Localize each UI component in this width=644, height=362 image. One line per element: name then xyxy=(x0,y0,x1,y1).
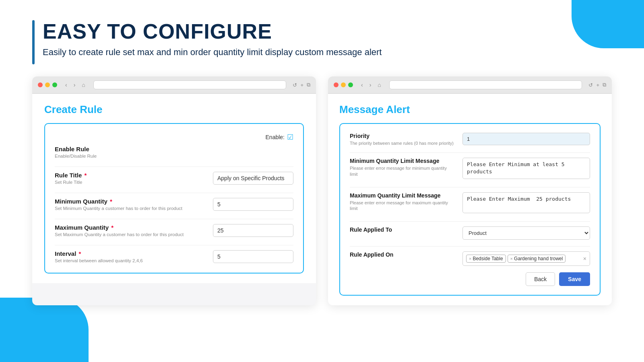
enable-rule-group: Enable: ☑ Enable Rule Enable/Disable Rul… xyxy=(55,133,293,159)
max-qty-required: * xyxy=(111,224,114,231)
rule-applied-to-select[interactable]: Product xyxy=(462,226,590,240)
save-button[interactable]: Save xyxy=(559,272,590,286)
rule-applied-on-label: Rule Applied On xyxy=(350,251,454,258)
max-qty-hint: Set Maximum Quantity a customer has to o… xyxy=(55,232,205,238)
interval-group: Interval * Set interval between allowed … xyxy=(55,250,293,264)
min-qty-group: Minimum Quantity * Set Minimum Quantity … xyxy=(55,198,293,212)
min-msg-row: Minimum Quantity Limit Message Please en… xyxy=(350,158,590,180)
rule-title-label-block: Rule Title * Set Rule Title xyxy=(55,172,205,185)
rule-title-group: Rule Title * Set Rule Title xyxy=(55,172,293,185)
interval-input-block xyxy=(213,250,293,263)
max-qty-group: Maximum Quantity * Set Maximum Quantity … xyxy=(55,224,293,238)
dot-yellow-right[interactable] xyxy=(341,82,346,87)
rule-title-row: Rule Title * Set Rule Title xyxy=(55,172,293,185)
divider-4 xyxy=(55,245,293,245)
message-alert-window: ‹ › ⌂ ↺ + ⧉ Message Alert Priority xyxy=(328,76,612,305)
max-msg-hint: Please enter error message for maximum q… xyxy=(350,200,454,212)
interval-hint: Set interval between allowed quantity 2,… xyxy=(55,258,205,264)
enable-row: Enable: ☑ xyxy=(55,133,293,142)
more-left[interactable]: ⧉ xyxy=(307,82,310,88)
priority-label-block: Priority The priority between same rules… xyxy=(350,133,454,146)
create-rule-window: ‹ › ⌂ ↺ + ⧉ Create Rule Enable: ☑ xyxy=(32,76,316,305)
divider-r2 xyxy=(350,187,590,187)
rule-title-required: * xyxy=(84,172,87,179)
address-bar-right[interactable] xyxy=(389,80,582,89)
divider-r1 xyxy=(350,152,590,153)
interval-input[interactable] xyxy=(213,250,293,263)
priority-input[interactable] xyxy=(462,133,590,145)
min-qty-input[interactable] xyxy=(213,198,293,211)
interval-label: Interval * xyxy=(55,250,205,257)
tag-gardening[interactable]: × Gardening hand trowel xyxy=(508,255,566,263)
browser-toolbar-left: ‹ › ⌂ ↺ + ⧉ xyxy=(64,80,310,89)
tag-bedside-table-remove[interactable]: × xyxy=(469,256,471,261)
header-section: EASY TO CONFIGURE Easily to create rule … xyxy=(32,20,612,64)
enable-rule-hint: Enable/Disable Rule xyxy=(55,153,293,159)
rule-title-input[interactable] xyxy=(213,172,293,185)
interval-row: Interval * Set interval between allowed … xyxy=(55,250,293,264)
rule-applied-on-label-block: Rule Applied On xyxy=(350,251,454,259)
min-msg-label: Minimum Quantity Limit Message xyxy=(350,158,454,164)
tag-bedside-table-label: Bedside Table xyxy=(473,256,503,261)
max-msg-label-block: Maximum Quantity Limit Message Please en… xyxy=(350,192,454,212)
divider-1 xyxy=(55,167,293,167)
dot-red-right[interactable] xyxy=(334,82,339,87)
max-qty-row: Maximum Quantity * Set Maximum Quantity … xyxy=(55,224,293,238)
header-text-block: EASY TO CONFIGURE Easily to create rule … xyxy=(43,20,382,59)
browser-toolbar-right: ‹ › ⌂ ↺ + ⧉ xyxy=(359,80,606,89)
divider-2 xyxy=(55,193,293,193)
nav-back-left[interactable]: ‹ xyxy=(64,81,69,89)
more-right[interactable]: ⧉ xyxy=(603,82,606,88)
tag-gardening-label: Gardening hand trowel xyxy=(514,256,563,261)
nav-back-right[interactable]: ‹ xyxy=(359,81,365,89)
page-subtitle: Easily to create rule set max and min or… xyxy=(43,46,382,59)
refresh-right[interactable]: ↺ xyxy=(588,82,593,88)
max-qty-input[interactable] xyxy=(213,224,293,237)
tags-clear-btn[interactable]: × xyxy=(583,255,586,262)
windows-row: ‹ › ⌂ ↺ + ⧉ Create Rule Enable: ☑ xyxy=(32,76,612,305)
tag-bedside-table[interactable]: × Bedside Table xyxy=(466,255,506,263)
rule-applied-on-row: Rule Applied On × Bedside Table × Ga xyxy=(350,251,590,266)
min-qty-hint: Set Minimum Quantity a customer has to o… xyxy=(55,206,205,212)
message-alert-form-card: Priority The priority between same rules… xyxy=(339,123,601,296)
min-msg-textarea[interactable]: Please Enter Minimum at least 5 products xyxy=(462,158,590,179)
create-rule-body: Create Rule Enable: ☑ Enable Rule Enable… xyxy=(32,94,316,283)
enable-rule-row: Enable Rule Enable/Disable Rule xyxy=(55,146,293,159)
min-qty-row: Minimum Quantity * Set Minimum Quantity … xyxy=(55,198,293,212)
nav-home-left[interactable]: ⌂ xyxy=(80,81,87,89)
min-qty-required: * xyxy=(110,198,112,205)
dot-green-left[interactable] xyxy=(52,82,57,87)
dot-red-left[interactable] xyxy=(38,82,43,87)
rule-applied-on-input-block: × Bedside Table × Gardening hand trowel … xyxy=(462,251,590,266)
nav-forward-left[interactable]: › xyxy=(72,81,77,89)
tag-gardening-remove[interactable]: × xyxy=(510,256,513,261)
min-msg-label-block: Minimum Quantity Limit Message Please en… xyxy=(350,158,454,177)
priority-hint: The priority between same rules (0 has m… xyxy=(350,140,454,146)
divider-3 xyxy=(55,219,293,219)
browser-titlebar-left: ‹ › ⌂ ↺ + ⧉ xyxy=(32,76,316,94)
priority-label: Priority xyxy=(350,133,454,139)
create-rule-title: Create Rule xyxy=(44,103,304,116)
max-qty-label: Maximum Quantity * xyxy=(55,224,205,231)
max-qty-label-block: Maximum Quantity * Set Maximum Quantity … xyxy=(55,224,205,238)
address-bar-left[interactable] xyxy=(93,80,287,89)
nav-home-right[interactable]: ⌂ xyxy=(376,81,382,89)
priority-row: Priority The priority between same rules… xyxy=(350,133,590,146)
back-button[interactable]: Back xyxy=(526,272,555,286)
new-tab-right[interactable]: + xyxy=(596,82,599,88)
interval-label-block: Interval * Set interval between allowed … xyxy=(55,250,205,264)
rule-title-hint: Set Rule Title xyxy=(55,179,205,185)
new-tab-left[interactable]: + xyxy=(300,82,303,88)
max-msg-label: Maximum Quantity Limit Message xyxy=(350,192,454,199)
max-msg-textarea[interactable]: Please Enter Maximum 25 products xyxy=(462,192,590,213)
button-row: Back Save xyxy=(350,272,590,286)
dot-yellow-left[interactable] xyxy=(45,82,50,87)
max-qty-input-block xyxy=(213,224,293,237)
dot-green-right[interactable] xyxy=(348,82,353,87)
enable-rule-label: Enable Rule xyxy=(55,146,293,152)
enable-checkbox[interactable]: ☑ xyxy=(287,133,293,142)
min-qty-label: Minimum Quantity * xyxy=(55,198,205,205)
tags-container[interactable]: × Bedside Table × Gardening hand trowel … xyxy=(462,251,590,266)
nav-forward-right[interactable]: › xyxy=(368,81,373,89)
refresh-left[interactable]: ↺ xyxy=(293,82,297,88)
